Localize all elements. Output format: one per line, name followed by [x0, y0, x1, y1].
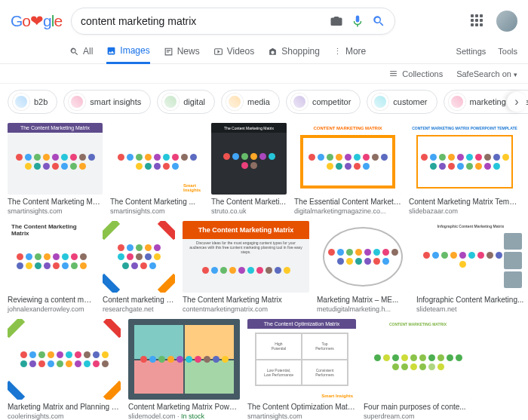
result-title: Reviewing a content marketin...: [8, 296, 95, 305]
tab-videos-label: Videos: [227, 46, 254, 57]
chip-smart-insights[interactable]: smart insights: [63, 90, 151, 114]
result-source: slideteam.net: [416, 305, 525, 313]
apps-icon[interactable]: [471, 14, 484, 28]
settings-link[interactable]: Settings: [456, 47, 487, 56]
result-thumbnail[interactable]: The Content Optimization MatrixHighPoten…: [247, 319, 356, 400]
result-card[interactable]: The Content Marketing Matrix Reviewing a…: [8, 221, 95, 313]
result-card[interactable]: The Content Marketing Matrix The Content…: [8, 123, 103, 215]
result-thumbnail[interactable]: [128, 319, 240, 400]
result-source: smartinsights.com: [247, 412, 356, 420]
header: Go❤gle: [0, 0, 528, 39]
search-icon[interactable]: [372, 14, 385, 28]
related-chips: b2b smart insights digital media competi…: [0, 84, 528, 120]
chips-scroll-right[interactable]: ›: [507, 92, 526, 112]
tab-news-label: News: [177, 46, 200, 57]
result-source: contentmarketingmatrix.com: [183, 305, 309, 313]
google-logo[interactable]: Go❤gle: [11, 12, 62, 30]
results-row: The Content Marketing Matrix Reviewing a…: [8, 221, 520, 313]
result-source: smartinsights.com: [8, 207, 103, 215]
tab-images-label: Images: [120, 45, 149, 56]
result-source: smartinsights.com: [110, 207, 204, 215]
collections-link[interactable]: Collections: [388, 69, 443, 78]
result-source: struto.co.uk: [211, 207, 287, 215]
result-thumbnail[interactable]: The Content Marketing Matrix: [8, 123, 103, 195]
result-thumbnail[interactable]: CONTENT MARKETING MATRIX POWERPOINT TEMP…: [409, 123, 520, 195]
tools-link[interactable]: Tools: [498, 47, 517, 56]
result-thumbnail[interactable]: [103, 221, 175, 293]
result-title: Marketing Matrix and Planning Template .…: [8, 403, 121, 412]
result-card[interactable]: Content Marketing Matrix PowerPoint ... …: [128, 319, 240, 420]
result-title: Content Marketing Matrix Template for ..…: [409, 198, 520, 207]
result-source: coolerinsights.com: [8, 412, 121, 420]
tab-shopping[interactable]: Shopping: [268, 40, 320, 63]
tab-more[interactable]: ⋮ More: [333, 40, 366, 63]
result-thumbnail[interactable]: [8, 319, 121, 400]
chip-customer[interactable]: customer: [367, 90, 437, 114]
result-card[interactable]: SmartInsights The Content Marketing ... …: [110, 123, 204, 215]
result-card[interactable]: The Content Optimization MatrixHighPoten…: [247, 319, 356, 420]
result-title: The Essential Content Marketi...: [294, 198, 401, 207]
result-card[interactable]: Content marketing m... researchgate.net: [103, 221, 175, 313]
result-card[interactable]: The Content Marketing Matrix The Content…: [211, 123, 287, 215]
result-card[interactable]: The Content Marketing MatrixDiscover ide…: [183, 221, 309, 313]
result-title: Content marketing m...: [103, 296, 175, 305]
tab-images[interactable]: Images: [106, 39, 149, 64]
result-title: The Content Optimization Matrix | Smart.…: [247, 403, 356, 412]
result-card[interactable]: CONTENT MARKETING MATRIX Four main purpo…: [364, 319, 472, 420]
chevron-right-icon: ›: [514, 95, 518, 109]
chip-b2b[interactable]: b2b: [8, 90, 57, 114]
tab-news[interactable]: News: [164, 40, 200, 63]
result-card[interactable]: CONTENT MARKETING MATRIX The Essential C…: [294, 123, 401, 215]
search-tabs: All Images News Videos Shopping ⋮ More S…: [0, 39, 528, 64]
result-source: digitalmarketingmagazine.co...: [294, 207, 401, 215]
chip-competitor[interactable]: competitor: [286, 90, 361, 114]
result-title: The Content Marketing Matrix | Smar...: [8, 198, 103, 207]
result-thumbnail[interactable]: The Content Marketing Matrix: [211, 123, 287, 195]
results-row: The Content Marketing Matrix The Content…: [8, 123, 520, 215]
result-source: johnalexanderrowley.com: [8, 305, 95, 313]
chip-digital[interactable]: digital: [157, 90, 215, 114]
result-source: slidemodel.com · In stock: [128, 412, 240, 420]
search-box[interactable]: [71, 8, 395, 35]
chevron-down-icon: ▾: [514, 71, 517, 78]
result-source: superdream.com: [364, 412, 472, 420]
tab-all[interactable]: All: [69, 40, 93, 63]
result-source: researchgate.net: [103, 305, 175, 313]
result-title: Marketing Matrix – ME...: [317, 296, 409, 305]
result-title: Four main purposes of conte...: [364, 403, 472, 412]
result-title: Infographic Content Marketing...: [416, 296, 525, 305]
safesearch-toggle[interactable]: SafeSearch on ▾: [456, 69, 517, 78]
image-results: The Content Marketing Matrix The Content…: [0, 120, 528, 420]
tab-all-label: All: [83, 46, 93, 57]
result-title: The Content Marketing ...: [110, 198, 204, 207]
result-title: The Content Marketi...: [211, 198, 287, 207]
header-right: [471, 11, 517, 32]
tab-shopping-label: Shopping: [281, 46, 320, 57]
result-thumbnail[interactable]: SmartInsights: [110, 123, 204, 195]
search-input[interactable]: [81, 15, 322, 27]
result-card[interactable]: CONTENT MARKETING MATRIX POWERPOINT TEMP…: [409, 123, 520, 215]
tab-more-label: More: [345, 46, 366, 57]
result-source: slidebazaar.com: [409, 207, 520, 215]
result-thumbnail[interactable]: The Content Marketing Matrix: [8, 221, 95, 293]
result-title: Content Marketing Matrix PowerPoint ...: [128, 403, 240, 412]
result-thumbnail[interactable]: CONTENT MARKETING MATRIX: [364, 319, 472, 400]
mic-icon[interactable]: [351, 14, 364, 28]
result-thumbnail[interactable]: The Content Marketing MatrixDiscover ide…: [183, 221, 309, 293]
result-card[interactable]: Infographic Content Marketing Matrix Inf…: [416, 221, 525, 313]
result-thumbnail[interactable]: CONTENT MARKETING MATRIX: [294, 123, 401, 195]
toolbar: Collections SafeSearch on ▾: [0, 64, 528, 84]
result-source: metudigitalmarketing.h...: [317, 305, 409, 313]
camera-icon[interactable]: [330, 14, 343, 28]
avatar[interactable]: [496, 11, 517, 32]
result-thumbnail[interactable]: Infographic Content Marketing Matrix: [416, 221, 525, 293]
results-row: Marketing Matrix and Planning Template .…: [8, 319, 520, 420]
result-card[interactable]: Marketing Matrix and Planning Template .…: [8, 319, 121, 420]
chip-media[interactable]: media: [221, 90, 280, 114]
result-thumbnail[interactable]: [317, 221, 409, 293]
result-card[interactable]: Marketing Matrix – ME... metudigitalmark…: [317, 221, 409, 313]
tab-videos[interactable]: Videos: [213, 40, 254, 63]
result-title: The Content Marketing Matrix: [183, 296, 309, 305]
